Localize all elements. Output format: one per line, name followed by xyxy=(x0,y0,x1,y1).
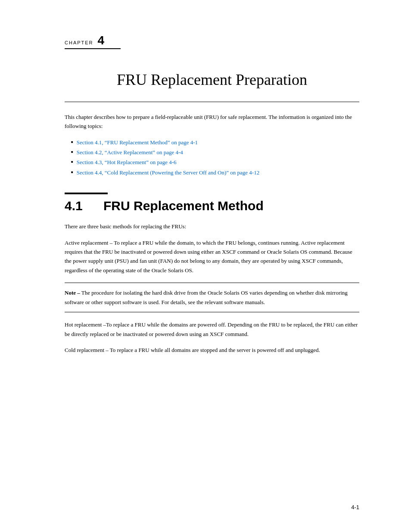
toc-list: Section 4.1, “FRU Replacement Method” on… xyxy=(71,137,359,178)
section-4-1-para4: Cold replacement – To replace a FRU whil… xyxy=(65,345,359,355)
section-title-row: 4.1 FRU Replacement Method xyxy=(65,199,359,213)
note-box: Note – The procedure for isolating the h… xyxy=(65,283,359,312)
list-item: Section 4.2, “Active Replacement” on pag… xyxy=(71,147,359,157)
note-prefix: Note – xyxy=(65,289,80,296)
intro-paragraph: This chapter describes how to prepare a … xyxy=(65,113,359,131)
page: Chapter 4 FRU Replacement Preparation Th… xyxy=(0,0,411,532)
chapter-label-row: Chapter 4 xyxy=(65,34,359,47)
list-item: Section 4.1, “FRU Replacement Method” on… xyxy=(71,137,359,147)
chapter-number: 4 xyxy=(98,34,105,47)
section-number: 4.1 xyxy=(65,199,90,213)
section-4-1-para3: Hot replacement –To replace a FRU while … xyxy=(65,320,359,339)
chapter-title: FRU Replacement Preparation xyxy=(65,71,359,89)
chapter-word: Chapter xyxy=(65,40,93,45)
section-title: FRU Replacement Method xyxy=(103,199,264,213)
toc-link-4-4[interactable]: Section 4.4, “Cold Replacement (Powering… xyxy=(77,168,259,177)
chapter-rule xyxy=(65,48,121,49)
title-rule xyxy=(65,102,359,102)
toc-link-4-2[interactable]: Section 4.2, “Active Replacement” on pag… xyxy=(77,147,183,157)
note-text: Note – The procedure for isolating the h… xyxy=(65,288,359,307)
chapter-header: Chapter 4 xyxy=(65,34,359,49)
list-item: Section 4.3, “Hot Replacement” on page 4… xyxy=(71,157,359,167)
list-item: Section 4.4, “Cold Replacement (Powering… xyxy=(71,168,359,177)
section-4-1-para1: There are three basic methods for replac… xyxy=(65,222,359,231)
section-4-1-para2: Active replacement – To replace a FRU wh… xyxy=(65,238,359,275)
section-rule xyxy=(65,193,108,194)
toc-link-4-3[interactable]: Section 4.3, “Hot Replacement” on page 4… xyxy=(77,157,177,167)
note-body: The procedure for isolating the hard dis… xyxy=(65,289,348,305)
section-4-1-header: 4.1 FRU Replacement Method xyxy=(65,193,359,213)
toc-link-4-1[interactable]: Section 4.1, “FRU Replacement Method” on… xyxy=(77,137,198,147)
page-number: 4-1 xyxy=(351,504,359,510)
